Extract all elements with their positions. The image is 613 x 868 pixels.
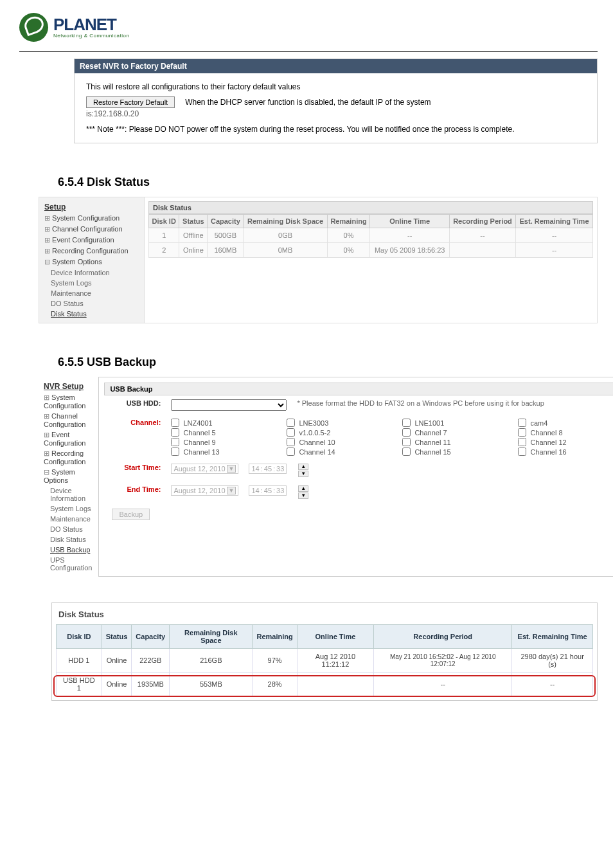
channel-checkbox[interactable] (171, 419, 179, 427)
tree-recording-config[interactable]: Recording Configuration (42, 246, 141, 257)
table-row: 1 Offline 500GB 0GB 0% -- -- -- (149, 228, 593, 243)
channel-item[interactable]: Channel 5 (171, 428, 274, 437)
cell-rds: 553MB (170, 673, 253, 696)
start-time-field[interactable]: 14:45:33 (249, 464, 287, 474)
end-min: 45 (264, 487, 272, 494)
header-logo: PLANET Networking & Communication (19, 13, 598, 42)
cell-capacity: 160MB (208, 243, 244, 258)
disk-status-panel-title: Disk Status (148, 201, 593, 214)
channel-checkbox[interactable] (518, 419, 526, 427)
tree-system-options[interactable]: System Options (41, 467, 94, 485)
channel-checkbox[interactable] (171, 438, 179, 446)
tree-event-config[interactable]: Event Configuration (42, 235, 141, 246)
channel-checkbox[interactable] (402, 419, 411, 427)
channel-checkbox[interactable] (287, 419, 295, 427)
tree-disk-status[interactable]: Disk Status (42, 309, 141, 319)
tree-system-config[interactable]: System Configuration (42, 213, 141, 224)
col-est: Est. Remaining Time (512, 625, 593, 649)
usb-backup-title: USB Backup (104, 383, 613, 395)
default-ip-text: is:192.168.0.20 (86, 109, 585, 118)
logo-title: PLANET (53, 16, 129, 33)
tree-system-config[interactable]: System Configuration (41, 392, 94, 411)
spinner-up-icon[interactable]: ▲ (298, 464, 308, 470)
cell-capacity: 1935MB (132, 673, 170, 696)
cell-disk-id: USB HDD 1 (57, 673, 102, 696)
table-row: HDD 1 Online 222GB 216GB 97% Aug 12 2010… (57, 649, 593, 673)
tree-event-config[interactable]: Event Configuration (41, 429, 94, 448)
tree-system-logs[interactable]: System Logs (42, 278, 141, 288)
restore-factory-default-button[interactable]: Restore Factory Default (86, 96, 175, 108)
channel-checkbox[interactable] (287, 448, 295, 456)
start-min: 45 (264, 465, 272, 473)
tree-maintenance[interactable]: Maintenance (42, 288, 141, 298)
tree-device-information[interactable]: Device Information (41, 485, 94, 503)
planet-logo-icon (19, 13, 48, 42)
col-status: Status (179, 215, 208, 228)
spinner-down-icon[interactable]: ▼ (298, 471, 308, 477)
start-date-field[interactable]: August 12, 2010 ▼ (171, 464, 238, 474)
tree-do-status[interactable]: DO Status (41, 524, 94, 534)
end-time-field[interactable]: 14:45:33 (249, 485, 287, 496)
section-655-heading: 6.5.5 USB Backup (58, 356, 598, 369)
col-rds: Remaining Disk Space (170, 625, 253, 649)
channel-checkbox[interactable] (287, 438, 295, 446)
channel-item[interactable]: Channel 10 (287, 438, 389, 446)
backup-button[interactable]: Backup (112, 509, 150, 520)
channel-item[interactable]: v1.0.0.5-2 (287, 428, 389, 437)
chevron-down-icon[interactable]: ▼ (227, 487, 236, 494)
channel-item[interactable]: Channel 8 (518, 428, 613, 437)
channel-item[interactable]: LNE3003 (287, 419, 389, 427)
cell-capacity: 500GB (208, 228, 244, 243)
table-row: 2 Online 160MB 0MB 0% May 05 2009 18:56:… (149, 243, 593, 258)
tree-channel-config[interactable]: Channel Configuration (42, 224, 141, 235)
spinner-down-icon[interactable]: ▼ (298, 493, 308, 499)
sidebar-heading[interactable]: Setup (42, 201, 141, 213)
channel-checkbox[interactable] (518, 438, 526, 446)
tree-device-information[interactable]: Device Information (42, 267, 141, 278)
chevron-down-icon[interactable]: ▼ (227, 465, 236, 473)
channel-checkbox[interactable] (171, 448, 179, 456)
tree-maintenance[interactable]: Maintenance (41, 514, 94, 524)
channel-item[interactable]: Channel 7 (402, 428, 505, 437)
channel-checkbox[interactable] (402, 438, 411, 446)
tree-system-logs[interactable]: System Logs (41, 503, 94, 514)
start-time-spinner[interactable]: ▲▼ (298, 464, 308, 478)
channel-item[interactable]: Channel 9 (171, 438, 274, 446)
tree-channel-config[interactable]: Channel Configuration (41, 411, 94, 429)
channel-item[interactable]: Channel 11 (402, 438, 505, 446)
tree-ups-config[interactable]: UPS Configuration (41, 555, 94, 573)
spinner-up-icon[interactable]: ▲ (298, 485, 308, 492)
usb-hdd-select[interactable] (171, 399, 287, 411)
channel-item[interactable]: Channel 16 (518, 448, 613, 456)
tree-disk-status[interactable]: Disk Status (41, 534, 94, 545)
channel-checkbox[interactable] (402, 428, 411, 437)
channel-name: LNE1001 (414, 419, 444, 427)
channel-item[interactable]: LNZ4001 (171, 419, 274, 427)
cell-rec: -- (449, 228, 515, 243)
channel-name: Channel 10 (299, 439, 335, 446)
channel-item[interactable]: Channel 15 (402, 448, 505, 456)
tree-usb-backup[interactable]: USB Backup (41, 545, 94, 555)
end-date-field[interactable]: August 12, 2010 ▼ (171, 485, 238, 496)
tree-do-status[interactable]: DO Status (42, 298, 141, 309)
channel-checkbox[interactable] (287, 428, 295, 437)
cell-status: Offline (179, 228, 208, 243)
channel-checkbox[interactable] (518, 428, 526, 437)
channel-checkbox[interactable] (402, 448, 411, 456)
channel-name: Channel 16 (530, 448, 566, 456)
channel-item[interactable]: Channel 14 (287, 448, 389, 456)
channel-item[interactable]: LNE1001 (402, 419, 505, 427)
tree-system-options[interactable]: System Options (42, 257, 141, 267)
channel-item[interactable]: Channel 13 (171, 448, 274, 456)
tree-recording-config[interactable]: Recording Configuration (41, 448, 94, 467)
col-capacity: Capacity (132, 625, 170, 649)
channel-item[interactable]: cam4 (518, 419, 613, 427)
channel-item[interactable]: Channel 12 (518, 438, 613, 446)
channel-checkbox[interactable] (171, 428, 179, 437)
channel-checkbox[interactable] (518, 448, 526, 456)
channel-name: Channel 12 (530, 439, 566, 446)
col-est: Est. Remaining Time (516, 215, 593, 228)
nvr-sidebar-heading[interactable]: NVR Setup (41, 381, 94, 392)
end-time-spinner[interactable]: ▲▼ (298, 485, 308, 500)
col-online-time: Online Time (297, 625, 373, 649)
